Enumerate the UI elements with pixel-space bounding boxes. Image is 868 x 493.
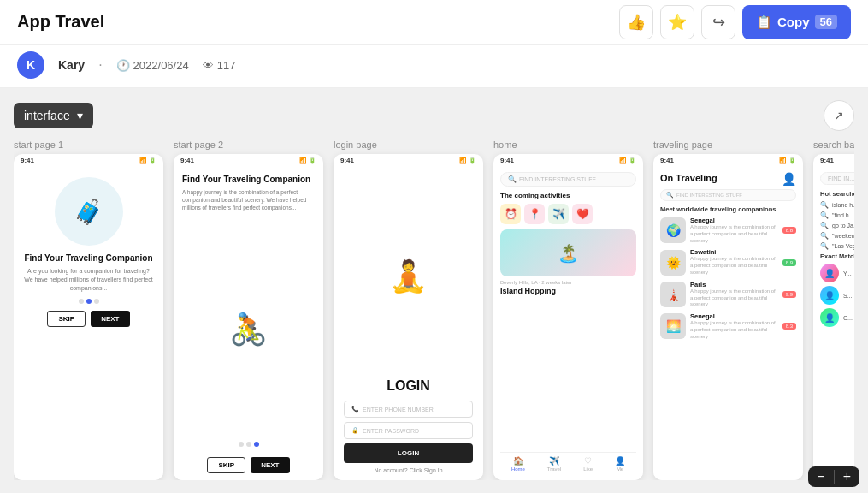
screen-search-bar: search bar 9:41 📶🔋 FIND IN... Hot search…: [813, 140, 854, 480]
hot-search-item-2[interactable]: 🔍 "find h...: [820, 211, 854, 219]
copy-button[interactable]: 📋 Copy 56: [742, 5, 851, 39]
expand-button[interactable]: ↗: [824, 100, 854, 131]
nav-home[interactable]: 🏠 Home: [511, 456, 525, 472]
destination-senegal-2: 🌅 Senegal A happy journey is the combina…: [660, 312, 796, 340]
meta-bar: K Kary · 🕐 2022/06/24 👁 117: [0, 45, 868, 88]
sp1-illustration: 🧳: [55, 177, 123, 246]
phone-input[interactable]: 📞 ENTER PHONE NUMBER: [344, 401, 473, 418]
phone-frame-4: 9:41 📶🔋 🔍 FIND INTERESTING STUFF The com…: [493, 154, 643, 480]
phone-frame-1: 9:41 📶🔋 🧳 Find Your Traveling Companion …: [14, 154, 163, 480]
travel-search-bar[interactable]: 🔍 FIND INTERESTING STUFF: [660, 189, 796, 201]
screen-start-page-1: start page 1 9:41 📶🔋 🧳 Find Your Traveli…: [14, 140, 163, 480]
status-bar-2: 9:41 📶🔋: [174, 154, 323, 167]
screens-container: start page 1 9:41 📶🔋 🧳 Find Your Traveli…: [14, 140, 854, 480]
exact-match-3[interactable]: 👤 C...: [820, 308, 854, 327]
phone-frame-2: 9:41 📶🔋 Find Your Traveling Companion A …: [174, 154, 323, 480]
next-button-2[interactable]: NEXT: [251, 457, 289, 473]
exact-match-2[interactable]: 👤 S...: [820, 286, 854, 305]
like-button[interactable]: 👍: [619, 5, 653, 39]
next-button-1[interactable]: NEXT: [91, 311, 129, 327]
search-input[interactable]: FIND IN...: [820, 172, 854, 185]
home-search-bar[interactable]: 🔍 FIND INTERESTING STUFF: [500, 172, 636, 187]
canvas-toolbar: interface ▾ ↗: [14, 100, 854, 131]
zoom-out-button[interactable]: −: [817, 470, 824, 484]
skip-button-1[interactable]: SKIP: [47, 311, 86, 327]
zoom-controls: − +: [808, 466, 859, 487]
destination-eswatini: 🌞 Eswatini A happy journey is the combin…: [660, 248, 796, 276]
status-bar-4: 9:41 📶🔋: [493, 154, 643, 167]
nav-me[interactable]: 👤 Me: [615, 456, 625, 472]
screen-traveling-page: traveling page 9:41 📶🔋 On Traveling 👤 🔍 …: [653, 140, 803, 480]
status-bar-5: 9:41 📶🔋: [653, 154, 803, 167]
phone-frame-3: 9:41 📶🔋 🧘 LOGIN 📞 ENTER PHONE NUMBER 🔒 E…: [334, 154, 483, 480]
share-button[interactable]: ↪: [701, 5, 735, 39]
home-card-image: 🏝️: [500, 229, 636, 276]
hot-search-item-3[interactable]: 🔍 go to Ja...: [820, 222, 854, 229]
header-actions: 👍 ⭐ ↪ 📋 Copy 56: [619, 5, 851, 39]
star-button[interactable]: ⭐: [660, 5, 694, 39]
activity-icons: ⏰ 📍 ✈️ ❤️: [500, 204, 636, 224]
destination-paris: 🗼 Paris A happy journey is the combinati…: [660, 281, 796, 308]
screen-start-page-2: start page 2 9:41 📶🔋 Find Your Traveling…: [174, 140, 323, 480]
status-bar-1: 9:41 📶🔋: [14, 154, 163, 167]
skip-button-2[interactable]: SKIP: [207, 457, 245, 473]
tag-dropdown[interactable]: interface ▾: [14, 103, 93, 128]
zoom-in-button[interactable]: +: [843, 470, 851, 484]
expand-icon: ↗: [834, 109, 844, 122]
status-bar-6: 9:41 📶🔋: [813, 154, 854, 167]
screen-home: home 9:41 📶🔋 🔍 FIND INTERESTING STUFF Th…: [493, 140, 643, 480]
header: App Travel 👍 ⭐ ↪ 📋 Copy 56: [0, 0, 868, 45]
exact-match-1[interactable]: 👤 Y...: [820, 264, 854, 282]
status-bar-3: 9:41 📶🔋: [334, 154, 483, 167]
nav-like[interactable]: ♡ Like: [583, 456, 593, 472]
publish-date: 🕐 2022/06/24: [116, 59, 189, 72]
view-count: 👁 117: [203, 59, 236, 72]
chevron-down-icon: ▾: [77, 109, 83, 122]
copy-icon: 📋: [756, 15, 772, 30]
hot-search-item-5[interactable]: 🔍 "Las Veg...: [820, 242, 854, 250]
hot-search-item-4[interactable]: 🔍 "weeken...: [820, 232, 854, 240]
screen-login-page: login page 9:41 📶🔋 🧘 LOGIN 📞 ENTER PHONE…: [334, 140, 483, 480]
phone-frame-5: 9:41 📶🔋 On Traveling 👤 🔍 FIND INTERESTIN…: [653, 154, 803, 480]
avatar: K: [17, 51, 44, 79]
destination-senegal-1: 🌍 Senegal A happy journey is the combina…: [660, 217, 796, 244]
zoom-divider: [834, 470, 835, 484]
login-illustration: 🧘: [389, 174, 428, 378]
bottom-nav: 🏠 Home ✈️ Travel ♡ Like 👤: [500, 452, 636, 475]
canvas-area: interface ▾ ↗ start page 1 9:41 📶🔋 🧳 Fin…: [0, 88, 868, 493]
author-name: Kary: [58, 58, 85, 72]
copy-count: 56: [815, 15, 837, 29]
phone-frame-6: 9:41 📶🔋 FIND IN... Hot searched 🔍 island…: [813, 154, 854, 480]
page-title: App Travel: [17, 12, 104, 32]
hot-search-item-1[interactable]: 🔍 island h...: [820, 201, 854, 209]
sp2-illustration: 🚴: [182, 217, 315, 442]
login-button[interactable]: LOGIN: [344, 443, 473, 463]
password-input[interactable]: 🔒 ENTER PASSWORD: [344, 422, 473, 439]
nav-travel[interactable]: ✈️ Travel: [547, 456, 561, 472]
